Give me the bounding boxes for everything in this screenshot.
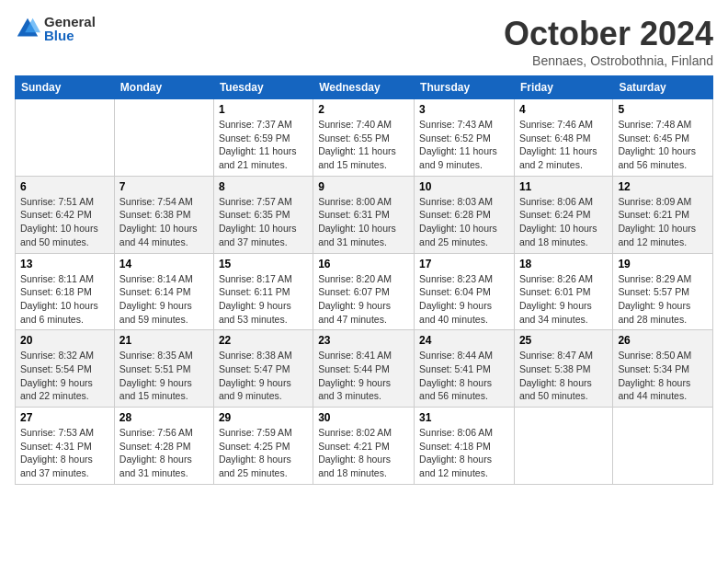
calendar-cell: 17Sunrise: 8:23 AM Sunset: 6:04 PM Dayli… bbox=[415, 253, 515, 330]
day-number: 26 bbox=[618, 334, 708, 347]
day-number: 23 bbox=[318, 334, 409, 347]
day-info: Sunrise: 7:54 AM Sunset: 6:38 PM Dayligh… bbox=[119, 195, 209, 249]
calendar-cell: 16Sunrise: 8:20 AM Sunset: 6:07 PM Dayli… bbox=[313, 253, 415, 330]
day-number: 20 bbox=[20, 334, 109, 347]
calendar-cell bbox=[514, 408, 612, 485]
day-info: Sunrise: 7:46 AM Sunset: 6:48 PM Dayligh… bbox=[519, 118, 608, 172]
calendar-cell bbox=[114, 99, 213, 177]
day-info: Sunrise: 8:32 AM Sunset: 5:54 PM Dayligh… bbox=[20, 349, 109, 403]
calendar-cell: 19Sunrise: 8:29 AM Sunset: 5:57 PM Dayli… bbox=[613, 253, 713, 330]
calendar-cell: 18Sunrise: 8:26 AM Sunset: 6:01 PM Dayli… bbox=[514, 253, 612, 330]
day-number: 12 bbox=[618, 180, 708, 193]
day-number: 4 bbox=[519, 103, 608, 116]
calendar-cell bbox=[613, 408, 713, 485]
calendar-cell: 8Sunrise: 7:57 AM Sunset: 6:35 PM Daylig… bbox=[213, 176, 313, 253]
calendar-table: SundayMondayTuesdayWednesdayThursdayFrid… bbox=[15, 75, 713, 485]
day-info: Sunrise: 8:06 AM Sunset: 4:18 PM Dayligh… bbox=[419, 426, 509, 480]
title-area: October 2024 Bennaes, Ostrobothnia, Finl… bbox=[504, 15, 713, 68]
day-info: Sunrise: 8:26 AM Sunset: 6:01 PM Dayligh… bbox=[519, 272, 608, 327]
calendar-cell: 23Sunrise: 8:41 AM Sunset: 5:44 PM Dayli… bbox=[313, 330, 415, 408]
day-number: 31 bbox=[419, 411, 509, 424]
day-number: 19 bbox=[618, 258, 708, 270]
day-info: Sunrise: 8:02 AM Sunset: 4:21 PM Dayligh… bbox=[318, 426, 409, 480]
calendar-cell: 12Sunrise: 8:09 AM Sunset: 6:21 PM Dayli… bbox=[613, 176, 713, 253]
day-number: 2 bbox=[318, 103, 409, 116]
day-info: Sunrise: 8:29 AM Sunset: 5:57 PM Dayligh… bbox=[618, 272, 708, 327]
day-info: Sunrise: 7:37 AM Sunset: 6:59 PM Dayligh… bbox=[219, 118, 308, 172]
day-number: 22 bbox=[219, 334, 308, 347]
calendar-cell: 11Sunrise: 8:06 AM Sunset: 6:24 PM Dayli… bbox=[514, 176, 612, 253]
calendar-row-4: 20Sunrise: 8:32 AM Sunset: 5:54 PM Dayli… bbox=[16, 330, 713, 408]
day-number: 14 bbox=[119, 258, 209, 270]
day-info: Sunrise: 7:40 AM Sunset: 6:55 PM Dayligh… bbox=[318, 118, 409, 172]
header: General Blue October 2024 Bennaes, Ostro… bbox=[15, 15, 713, 68]
day-info: Sunrise: 8:03 AM Sunset: 6:28 PM Dayligh… bbox=[419, 195, 509, 249]
calendar-cell: 6Sunrise: 7:51 AM Sunset: 6:42 PM Daylig… bbox=[16, 176, 115, 253]
day-number: 17 bbox=[419, 258, 509, 270]
logo-text: General Blue bbox=[44, 15, 96, 42]
day-info: Sunrise: 8:35 AM Sunset: 5:51 PM Dayligh… bbox=[119, 349, 209, 403]
day-info: Sunrise: 8:17 AM Sunset: 6:11 PM Dayligh… bbox=[219, 272, 308, 327]
day-info: Sunrise: 8:47 AM Sunset: 5:38 PM Dayligh… bbox=[519, 349, 608, 403]
calendar-cell: 30Sunrise: 8:02 AM Sunset: 4:21 PM Dayli… bbox=[313, 408, 415, 485]
calendar-row-5: 27Sunrise: 7:53 AM Sunset: 4:31 PM Dayli… bbox=[16, 408, 713, 485]
day-number: 5 bbox=[618, 103, 708, 116]
calendar-cell: 7Sunrise: 7:54 AM Sunset: 6:38 PM Daylig… bbox=[114, 176, 213, 253]
day-number: 3 bbox=[419, 103, 509, 116]
calendar-cell: 4Sunrise: 7:46 AM Sunset: 6:48 PM Daylig… bbox=[514, 99, 612, 177]
calendar-row-3: 13Sunrise: 8:11 AM Sunset: 6:18 PM Dayli… bbox=[16, 253, 713, 330]
day-number: 18 bbox=[519, 258, 608, 270]
day-number: 25 bbox=[519, 334, 608, 347]
day-info: Sunrise: 7:59 AM Sunset: 4:25 PM Dayligh… bbox=[219, 426, 308, 480]
logo-icon bbox=[15, 16, 40, 41]
weekday-header-thursday: Thursday bbox=[415, 76, 515, 99]
calendar-cell: 15Sunrise: 8:17 AM Sunset: 6:11 PM Dayli… bbox=[213, 253, 313, 330]
calendar-cell: 2Sunrise: 7:40 AM Sunset: 6:55 PM Daylig… bbox=[313, 99, 415, 177]
location-subtitle: Bennaes, Ostrobothnia, Finland bbox=[504, 53, 713, 68]
day-number: 10 bbox=[419, 180, 509, 193]
day-number: 28 bbox=[119, 411, 209, 424]
day-info: Sunrise: 7:56 AM Sunset: 4:28 PM Dayligh… bbox=[119, 426, 209, 480]
weekday-header-friday: Friday bbox=[514, 76, 612, 99]
calendar-cell: 5Sunrise: 7:48 AM Sunset: 6:45 PM Daylig… bbox=[613, 99, 713, 177]
calendar-cell: 13Sunrise: 8:11 AM Sunset: 6:18 PM Dayli… bbox=[16, 253, 115, 330]
logo: General Blue bbox=[15, 15, 96, 42]
calendar-cell: 29Sunrise: 7:59 AM Sunset: 4:25 PM Dayli… bbox=[213, 408, 313, 485]
day-number: 21 bbox=[119, 334, 209, 347]
calendar-cell: 24Sunrise: 8:44 AM Sunset: 5:41 PM Dayli… bbox=[415, 330, 515, 408]
weekday-header-tuesday: Tuesday bbox=[213, 76, 313, 99]
logo-general-text: General bbox=[44, 15, 96, 29]
month-title: October 2024 bbox=[504, 15, 713, 53]
calendar-cell: 31Sunrise: 8:06 AM Sunset: 4:18 PM Dayli… bbox=[415, 408, 515, 485]
day-number: 24 bbox=[419, 334, 509, 347]
day-info: Sunrise: 8:06 AM Sunset: 6:24 PM Dayligh… bbox=[519, 195, 608, 249]
day-info: Sunrise: 8:09 AM Sunset: 6:21 PM Dayligh… bbox=[618, 195, 708, 249]
day-number: 9 bbox=[318, 180, 409, 193]
day-info: Sunrise: 8:11 AM Sunset: 6:18 PM Dayligh… bbox=[20, 272, 109, 327]
day-info: Sunrise: 7:51 AM Sunset: 6:42 PM Dayligh… bbox=[20, 195, 109, 249]
calendar-cell: 1Sunrise: 7:37 AM Sunset: 6:59 PM Daylig… bbox=[213, 99, 313, 177]
day-info: Sunrise: 8:00 AM Sunset: 6:31 PM Dayligh… bbox=[318, 195, 409, 249]
calendar-cell: 21Sunrise: 8:35 AM Sunset: 5:51 PM Dayli… bbox=[114, 330, 213, 408]
calendar-cell: 14Sunrise: 8:14 AM Sunset: 6:14 PM Dayli… bbox=[114, 253, 213, 330]
calendar-cell: 26Sunrise: 8:50 AM Sunset: 5:34 PM Dayli… bbox=[613, 330, 713, 408]
day-number: 11 bbox=[519, 180, 608, 193]
day-info: Sunrise: 8:50 AM Sunset: 5:34 PM Dayligh… bbox=[618, 349, 708, 403]
day-number: 15 bbox=[219, 258, 308, 270]
calendar-cell: 25Sunrise: 8:47 AM Sunset: 5:38 PM Dayli… bbox=[514, 330, 612, 408]
calendar-cell: 20Sunrise: 8:32 AM Sunset: 5:54 PM Dayli… bbox=[16, 330, 115, 408]
weekday-header-row: SundayMondayTuesdayWednesdayThursdayFrid… bbox=[16, 76, 713, 99]
day-info: Sunrise: 8:38 AM Sunset: 5:47 PM Dayligh… bbox=[219, 349, 308, 403]
weekday-header-saturday: Saturday bbox=[613, 76, 713, 99]
day-info: Sunrise: 7:48 AM Sunset: 6:45 PM Dayligh… bbox=[618, 118, 708, 172]
day-number: 29 bbox=[219, 411, 308, 424]
day-info: Sunrise: 7:57 AM Sunset: 6:35 PM Dayligh… bbox=[219, 195, 308, 249]
day-info: Sunrise: 8:23 AM Sunset: 6:04 PM Dayligh… bbox=[419, 272, 509, 327]
day-number: 7 bbox=[119, 180, 209, 193]
calendar-cell: 3Sunrise: 7:43 AM Sunset: 6:52 PM Daylig… bbox=[415, 99, 515, 177]
day-number: 27 bbox=[20, 411, 109, 424]
weekday-header-sunday: Sunday bbox=[16, 76, 115, 99]
day-info: Sunrise: 8:14 AM Sunset: 6:14 PM Dayligh… bbox=[119, 272, 209, 327]
day-number: 8 bbox=[219, 180, 308, 193]
day-number: 1 bbox=[219, 103, 308, 116]
